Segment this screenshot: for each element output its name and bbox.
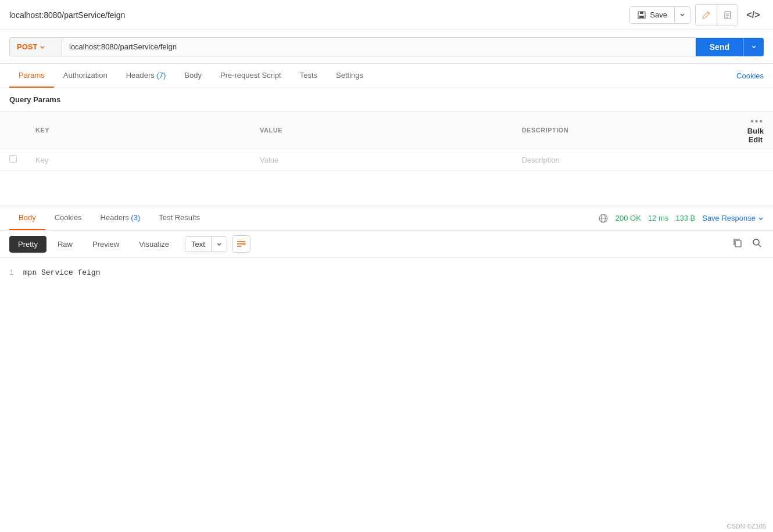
copy-button[interactable] [730,235,745,253]
response-tabs-bar: Body Cookies Headers (3) Test Results 20… [0,206,773,231]
top-bar-actions: Save [629,4,764,26]
page-title: localhost:8080/partService/feign [9,10,125,20]
response-text: mpn Service feign [23,268,101,277]
response-content: 1 mpn Service feign [0,258,773,287]
row-checkbox [0,149,26,171]
edit-button[interactable] [696,5,717,26]
format-raw[interactable]: Raw [49,236,81,253]
chevron-down-icon [216,241,222,247]
chevron-down-icon [40,44,45,50]
send-button[interactable]: Send [696,38,743,56]
tab-tests[interactable]: Tests [291,64,327,88]
tab-pre-request[interactable]: Pre-request Script [211,64,291,88]
svg-rect-2 [639,16,644,18]
tab-response-cookies[interactable]: Cookies [45,206,91,230]
response-time: 12 ms [648,214,668,222]
response-format-bar: Pretty Raw Preview Visualize Text [0,231,773,258]
col-key: KEY [26,112,250,149]
globe-icon [598,213,609,224]
col-checkbox [0,112,26,149]
url-bar: POST Send [0,30,773,64]
svg-line-15 [758,245,761,247]
response-line: 1 mpn Service feign [9,267,764,278]
url-input[interactable] [62,37,696,56]
response-size: 133 B [675,214,695,222]
row-value[interactable]: Value [250,149,513,171]
save-button[interactable]: Save [630,7,674,23]
tab-response-headers[interactable]: Headers (3) [91,206,150,230]
document-icon [723,10,732,20]
request-tabs-bar: Params Authorization Headers (7) Body Pr… [0,64,773,88]
save-icon [637,10,646,20]
row-key[interactable]: Key [26,149,250,171]
send-dropdown-button[interactable] [743,38,764,56]
query-params-header: Query Params [0,88,773,111]
pencil-icon [702,10,711,20]
chevron-down-icon [751,44,757,49]
row-description[interactable]: Description [513,149,738,171]
svg-rect-1 [640,12,643,14]
more-options-button[interactable]: ••• [750,116,764,127]
response-status-bar: 200 OK 12 ms 133 B Save Response [598,213,764,224]
text-format-group: Text [185,236,227,252]
spacer [0,171,773,206]
bulk-edit-button[interactable]: Bulk Edit [747,127,764,144]
save-dropdown-button[interactable] [674,7,690,23]
format-visualize[interactable]: Visualize [130,236,178,253]
search-icon [752,238,761,247]
wrap-button[interactable] [232,235,250,253]
search-button[interactable] [750,236,764,252]
table-row: Key Value Description [0,149,773,171]
wrap-icon [237,240,246,248]
tab-response-body[interactable]: Body [9,206,45,230]
tab-params[interactable]: Params [9,64,54,88]
col-value: VALUE [250,112,513,149]
save-response-button[interactable]: Save Response [702,214,764,222]
line-number: 1 [9,268,14,277]
tab-authorization[interactable]: Authorization [54,64,117,88]
chevron-down-icon [758,215,764,221]
tab-settings[interactable]: Settings [327,64,373,88]
top-bar: localhost:8080/partService/feign Save [0,0,773,30]
document-button[interactable] [717,5,738,26]
text-format-dropdown[interactable] [211,237,227,251]
cookies-link[interactable]: Cookies [736,64,764,87]
copy-icon [732,238,743,248]
text-format-label: Text [185,237,211,251]
tab-body[interactable]: Body [175,64,211,88]
edit-action-group [695,4,738,26]
format-pretty[interactable]: Pretty [9,236,46,253]
format-preview[interactable]: Preview [84,236,128,253]
chevron-down-icon [679,12,685,17]
save-btn-group: Save [629,6,690,24]
col-description: DESCRIPTION [513,112,738,149]
code-button[interactable]: </> [743,5,764,26]
method-selector[interactable]: POST [9,37,62,56]
params-table: KEY VALUE DESCRIPTION ••• Bulk Edit Key … [0,111,773,171]
response-body-actions [730,235,764,253]
col-actions: ••• Bulk Edit [738,112,773,149]
row-checkbox-input[interactable] [9,155,17,163]
tab-headers[interactable]: Headers (7) [117,64,176,88]
svg-point-14 [753,239,759,245]
row-actions [738,149,773,171]
footer: CSDN ©Z105 [720,520,773,532]
tab-response-tests[interactable]: Test Results [149,206,209,230]
send-btn-group: Send [696,38,764,56]
query-params-section: Query Params KEY VALUE DESCRIPTION ••• B… [0,88,773,171]
svg-rect-13 [735,240,741,247]
response-status: 200 OK [615,214,641,222]
